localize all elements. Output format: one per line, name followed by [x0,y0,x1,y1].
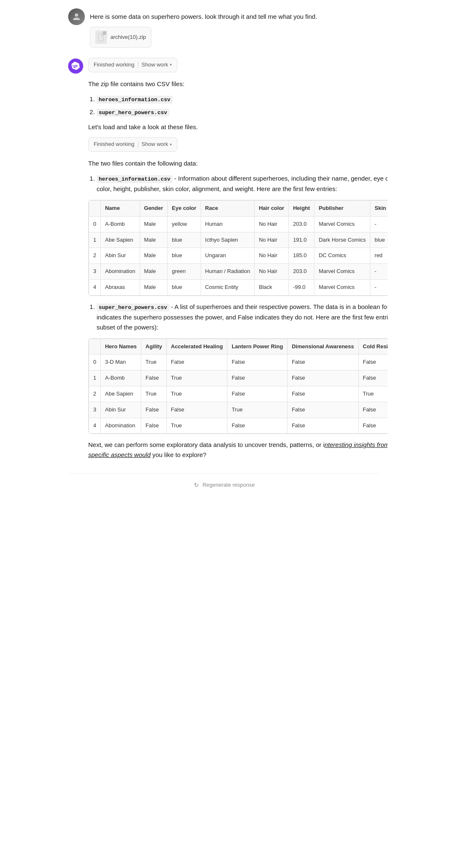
heroes-col-race: Race [201,200,255,216]
table-cell: 0 [89,355,101,370]
transition-text: Let's load and take a look at these file… [88,122,388,132]
table-row: 0A-BombMaleyellowHumanNo Hair203.0Marvel… [89,216,388,232]
table-cell: 1 [89,232,101,248]
table-cell: Abraxas [101,279,140,295]
user-message-content: Here is some data on superhero powers. l… [90,8,381,48]
table-cell: 191.0 [288,232,314,248]
table-row: 1Abe SapienMaleblueIcthyo SapienNo Hair1… [89,232,388,248]
table-cell: False [141,402,167,418]
file-attachment[interactable]: archive(10).zip [90,27,151,48]
table-row: 1A-BombFalseTrueFalseFalseFalseTrue [89,370,388,386]
heroes-table-body: 0A-BombMaleyellowHumanNo Hair203.0Marvel… [89,216,388,295]
table-cell: yellow [168,216,201,232]
show-work-btn-2[interactable]: Show work ▾ [142,140,172,149]
table-cell: False [166,402,227,418]
avatar-image [68,8,85,25]
table-cell: Dark Horse Comics [314,232,370,248]
table-cell: green [168,264,201,280]
table-row: 03-D ManTrueFalseFalseFalseFalseFalse [89,355,388,370]
table-cell: Male [140,232,168,248]
heroes-col-eye: Eye color [168,200,201,216]
regenerate-section[interactable]: ↻ Regenerate response [68,473,381,496]
table-cell: False [227,418,288,434]
table-row: 4AbominationFalseTrueFalseFalseFalseFals… [89,418,388,434]
table-cell: Black [255,279,289,295]
description-intro: The two files contain the following data… [88,158,388,168]
file2-description: super_hero_powers.csv - A list of superh… [97,302,388,332]
regenerate-icon: ↻ [194,480,199,490]
finished-working-label-1: Finished working [94,61,135,69]
table-cell: 203.0 [288,216,314,232]
heroes-table: Name Gender Eye color Race Hair color He… [89,200,388,296]
table-cell: Human [201,216,255,232]
table-cell: Ungaran [201,248,255,264]
csv-filename-1: heroes_information.csv [97,96,173,104]
table-cell: False [287,386,358,402]
table-cell: 3-D Man [101,355,141,370]
table-cell: Abomination [101,418,141,434]
table-cell: False [227,370,288,386]
table-cell: True [166,386,227,402]
table-cell: -99.0 [288,279,314,295]
show-work-btn-1[interactable]: Show work ▾ [142,61,172,69]
file1-name: heroes_information.csv [97,175,173,183]
table-cell: Abomination [101,264,140,280]
chevron-down-icon-2: ▾ [170,141,172,148]
file2-description-list: super_hero_powers.csv - A list of superh… [88,302,388,332]
show-work-label-1: Show work [142,61,168,69]
table-cell: No Hair [255,264,289,280]
table-cell: False [287,418,358,434]
table-cell: False [358,370,388,386]
table-cell: - [370,279,388,295]
table-cell: 2 [89,386,101,402]
heroes-table-container: Name Gender Eye color Race Hair color He… [88,200,388,296]
closing-text-start: Next, we can perform some exploratory da… [88,441,324,448]
table-cell: Marvel Comics [314,216,370,232]
table-cell: True [141,386,167,402]
table-cell: A-Bomb [101,370,141,386]
table-cell: Male [140,264,168,280]
table-cell: 4 [89,418,101,434]
assistant-avatar [68,59,83,74]
powers-table: Hero Names Agility Accelerated Healing L… [89,339,388,434]
table-cell: False [358,355,388,370]
finished-working-bar-2[interactable]: Finished working Show work ▾ [88,137,177,152]
table-cell: Abe Sapien [101,232,140,248]
table-cell: False [358,418,388,434]
table-cell: - [370,216,388,232]
chevron-down-icon-1: ▾ [170,61,172,68]
table-cell: Male [140,248,168,264]
table-cell: False [166,355,227,370]
powers-col-healing: Accelerated Healing [166,339,227,355]
table-cell: Icthyo Sapien [201,232,255,248]
regenerate-label: Regenerate response [202,481,255,490]
table-cell: Abin Sur [101,402,141,418]
assistant-content: Finished working Show work ▾ ⧉ ··· The z… [88,58,388,465]
heroes-col-hair: Hair color [255,200,289,216]
heroes-col-index [89,200,101,216]
finished-working-bar-1[interactable]: Finished working Show work ▾ [88,58,177,72]
heroes-col-publisher: Publisher [314,200,370,216]
table-cell: Abe Sapien [101,386,141,402]
powers-col-lantern: Lantern Power Ring [227,339,288,355]
table-cell: red [370,248,388,264]
table-cell: A-Bomb [101,216,140,232]
powers-col-agility: Agility [141,339,167,355]
user-avatar [68,8,85,25]
table-cell: Cosmic Entity [201,279,255,295]
table-cell: - [370,264,388,280]
table-cell: 3 [89,264,101,280]
finished-working-label-2: Finished working [94,140,135,149]
table-cell: No Hair [255,216,289,232]
table-cell: 2 [89,248,101,264]
table-cell: True [166,418,227,434]
heroes-table-header-row: Name Gender Eye color Race Hair color He… [89,200,388,216]
table-cell: Male [140,279,168,295]
table-cell: 3 [89,402,101,418]
table-cell: 185.0 [288,248,314,264]
separator-1 [138,61,138,68]
table-cell: 4 [89,279,101,295]
table-cell: Abin Sur [101,248,140,264]
table-cell: Male [140,216,168,232]
table-cell: blue [168,232,201,248]
